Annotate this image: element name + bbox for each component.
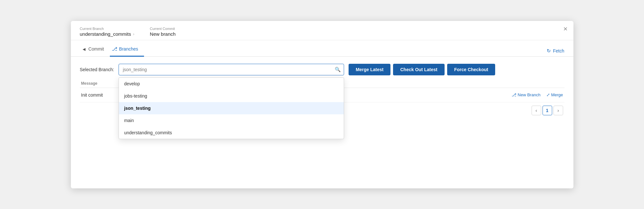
tab-branches[interactable]: ⎇ Branches [110, 42, 144, 57]
current-commit-section: Current Commit New branch [150, 27, 176, 37]
merge-icon: ⤢ [546, 92, 550, 97]
tabs-bar: ◄ Commit ⎇ Branches ↻ Fetch [71, 42, 573, 57]
current-branch-section: Current Branch understanding_commits › [80, 27, 135, 37]
merge-button[interactable]: ⤢ Merge [546, 92, 563, 97]
tab-commit[interactable]: ◄ Commit [80, 43, 110, 57]
dropdown-item-understanding-commits[interactable]: understanding_commits [119, 127, 344, 139]
branch-selector-row: Selected Branch: 🔍 develop jobs-testing … [80, 64, 564, 75]
dropdown-item-main[interactable]: main [119, 114, 344, 127]
tab-commit-label: Commit [88, 46, 104, 52]
col-header-actions [481, 81, 564, 86]
tab-branches-label: Branches [119, 46, 138, 52]
branch-dropdown: develop jobs-testing json_testing main u… [119, 77, 344, 139]
row-actions: ⎇ New Branch ⤢ Merge [479, 92, 563, 97]
commit-icon: ◄ [82, 46, 87, 52]
page-1-button[interactable]: 1 [543, 106, 552, 115]
force-checkout-button[interactable]: Force Checkout [447, 64, 495, 75]
modal-content: Selected Branch: 🔍 develop jobs-testing … [71, 57, 573, 122]
action-buttons: Merge Latest Check Out Latest Force Chec… [349, 64, 495, 75]
next-page-button[interactable]: › [553, 106, 563, 115]
check-out-latest-button[interactable]: Check Out Latest [393, 64, 444, 75]
search-icon: 🔍 [335, 67, 341, 72]
current-commit-value: New branch [150, 31, 176, 37]
current-commit-label: Current Commit [150, 27, 176, 31]
fetch-button[interactable]: ↻ Fetch [547, 45, 564, 56]
branches-icon: ⎇ [112, 46, 117, 52]
current-branch-value: understanding_commits › [80, 31, 135, 37]
branch-selector-label: Selected Branch: [80, 67, 114, 72]
dropdown-item-jobs-testing[interactable]: jobs-testing [119, 90, 344, 102]
branch-input-wrap: 🔍 develop jobs-testing json_testing main… [119, 64, 344, 75]
dropdown-item-json-testing[interactable]: json_testing [119, 102, 344, 114]
prev-page-button[interactable]: ‹ [532, 106, 541, 115]
modal: × Current Branch understanding_commits ›… [71, 21, 573, 188]
modal-header: Current Branch understanding_commits › C… [71, 21, 573, 40]
dropdown-item-develop[interactable]: develop [119, 78, 344, 90]
new-branch-button[interactable]: ⎇ New Branch [512, 92, 541, 97]
modal-meta: Current Branch understanding_commits › C… [80, 27, 564, 37]
close-button[interactable]: × [563, 25, 568, 33]
fetch-refresh-icon: ↻ [547, 48, 551, 54]
branch-arrow-icon: › [133, 32, 134, 36]
branch-search-input[interactable] [119, 64, 344, 75]
merge-latest-button[interactable]: Merge Latest [349, 64, 390, 75]
new-branch-icon: ⎇ [512, 92, 516, 97]
current-branch-label: Current Branch [80, 27, 135, 31]
